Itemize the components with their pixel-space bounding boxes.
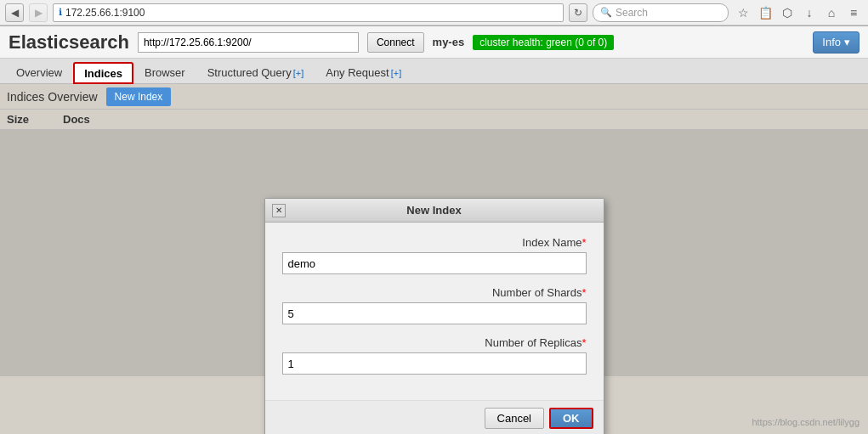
watermark: https://blog.csdn.net/lilygg [752, 417, 859, 427]
table-header: Size Docs [0, 110, 868, 130]
forward-button[interactable]: ▶ [29, 3, 48, 22]
num-shards-input[interactable] [282, 302, 587, 324]
address-text: 172.25.66.1:9100 [65, 7, 558, 19]
connect-button[interactable]: Connect [367, 32, 424, 53]
search-magnifier-icon: 🔍 [600, 7, 612, 18]
index-name-input[interactable] [282, 252, 587, 274]
back-button[interactable]: ◀ [5, 3, 24, 22]
new-index-modal: ✕ New Index Index Name* Number of Shards… [264, 198, 604, 434]
info-button[interactable]: Info ▾ [813, 31, 859, 54]
tab-any-request[interactable]: Any Request [+] [315, 61, 412, 83]
reload-button[interactable]: ↻ [569, 3, 587, 22]
modal-footer: Cancel OK [265, 400, 604, 434]
index-name-label: Index Name* [282, 236, 587, 249]
tab-overview[interactable]: Overview [5, 61, 73, 83]
app-title: Elasticsearch [9, 31, 129, 54]
app-header: Elasticsearch Connect my-es cluster heal… [0, 26, 868, 59]
download-icon[interactable]: ↓ [800, 3, 819, 22]
main-content: ✕ New Index Index Name* Number of Shards… [0, 130, 868, 376]
modal-close-button[interactable]: ✕ [272, 204, 286, 217]
cluster-health-badge: cluster health: green (0 of 0) [473, 35, 614, 50]
cluster-name: my-es [433, 36, 465, 48]
num-shards-group: Number of Shards* [282, 286, 587, 324]
toolbar-icons: ☆ 📋 ⬡ ↓ ⌂ ≡ [734, 3, 863, 22]
url-input[interactable] [138, 32, 359, 53]
modal-titlebar: ✕ New Index [265, 199, 604, 223]
nav-tabs: Overview Indices Browser Structured Quer… [0, 59, 868, 84]
num-replicas-group: Number of Replicas* [282, 336, 587, 375]
modal-title: New Index [406, 204, 461, 217]
num-shards-label: Number of Shards* [282, 286, 587, 299]
sub-header: Indices Overview New Index [0, 84, 868, 110]
index-name-group: Index Name* [282, 236, 587, 274]
cancel-button[interactable]: Cancel [485, 408, 544, 429]
pocket-icon[interactable]: ⬡ [778, 3, 797, 22]
indices-overview-title: Indices Overview [7, 90, 98, 104]
menu-icon[interactable]: ≡ [844, 3, 863, 22]
bookmarks-icon[interactable]: ☆ [734, 3, 752, 22]
col-size: Size [7, 113, 29, 126]
tab-browser[interactable]: Browser [133, 61, 196, 83]
search-placeholder-text: Search [616, 7, 648, 19]
ok-button[interactable]: OK [549, 408, 593, 429]
home-icon[interactable]: ⌂ [822, 3, 841, 22]
reading-list-icon[interactable]: 📋 [756, 3, 774, 22]
num-replicas-input[interactable] [282, 352, 587, 375]
tab-indices[interactable]: Indices [73, 62, 133, 84]
tab-structured-query[interactable]: Structured Query [+] [196, 61, 315, 83]
col-docs: Docs [63, 113, 90, 126]
modal-body: Index Name* Number of Shards* Number of … [265, 223, 604, 400]
browser-toolbar: ◀ ▶ ℹ 172.25.66.1:9100 ↻ 🔍 Search ☆ 📋 ⬡ … [0, 0, 868, 25]
info-icon: ℹ [59, 7, 62, 18]
modal-overlay: ✕ New Index Index Name* Number of Shards… [0, 130, 868, 376]
address-bar: ℹ 172.25.66.1:9100 [53, 3, 564, 22]
new-index-button[interactable]: New Index [106, 87, 172, 106]
num-replicas-label: Number of Replicas* [282, 336, 587, 349]
search-bar[interactable]: 🔍 Search [593, 3, 729, 22]
